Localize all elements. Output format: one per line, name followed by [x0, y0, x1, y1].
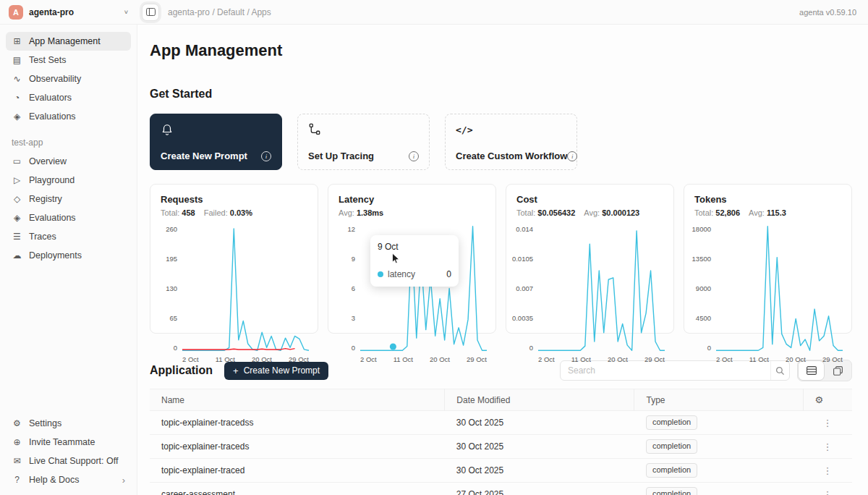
- sidebar-item-overview[interactable]: ▭ Overview: [6, 152, 131, 171]
- sidebar-item-app-management[interactable]: ⊞ App Management: [6, 32, 131, 51]
- metric-card-latency: Latency Avg: 1.38ms 129630 2 Oct11 Oct20…: [328, 184, 496, 334]
- table-row[interactable]: topic-explainer-traced 30 Oct 2025 compl…: [150, 459, 852, 483]
- app-type-badge: completion: [646, 463, 697, 478]
- info-icon[interactable]: i: [409, 151, 419, 161]
- column-header-name: Name: [150, 389, 445, 411]
- app-date-modified: 27 Oct 2025: [445, 483, 634, 495]
- help-docs-icon: ?: [12, 475, 22, 485]
- set-up-tracing-card[interactable]: Set Up Tracing i: [297, 114, 430, 170]
- metric-card-tokens: Tokens Total: 52,806Avg: 115.3 180001350…: [684, 184, 852, 334]
- table-row[interactable]: topic-explainer-tracedss 30 Oct 2025 com…: [150, 411, 852, 435]
- sidebar-item-label: App Management: [29, 36, 101, 46]
- sidebar-item-label: Observability: [29, 74, 81, 84]
- application-heading: Application: [150, 363, 213, 378]
- column-header-date-modified: Date Modified: [445, 389, 634, 411]
- metric-stat: Avg: 1.38ms: [339, 208, 383, 217]
- card-label: Create New Prompt: [161, 151, 247, 161]
- create-new-prompt-card[interactable]: Create New Prompt i: [150, 114, 282, 170]
- cost-chart[interactable]: [538, 225, 665, 352]
- card-label: Set Up Tracing: [308, 151, 374, 161]
- metric-stat: Avg: 115.3: [749, 208, 786, 217]
- series-dot-icon: [378, 271, 383, 277]
- app-date-modified: 30 Oct 2025: [445, 459, 634, 483]
- sidebar: ⊞ App Management ▤ Test Sets ∿ Observabi…: [0, 25, 137, 495]
- y-axis-labels: 1800013500900045000: [690, 225, 716, 352]
- chat-icon: ✉: [12, 456, 22, 466]
- application-header: Application + Create New Prompt: [150, 360, 852, 381]
- workspace-selector[interactable]: A agenta-pro ∨: [0, 0, 137, 25]
- card-view-icon: [833, 366, 843, 376]
- metric-stat: Total: $0.056432: [516, 208, 575, 217]
- observability-icon: ∿: [12, 74, 22, 84]
- sidebar-item-live-chat-support[interactable]: ✉ Live Chat Support: Off: [6, 452, 131, 470]
- metric-stats: Avg: 1.38ms: [339, 208, 485, 217]
- breadcrumb[interactable]: agenta-pro / Default / Apps: [168, 7, 271, 17]
- sidebar-toggle-button[interactable]: [142, 4, 159, 21]
- create-new-prompt-button[interactable]: + Create New Prompt: [224, 362, 328, 380]
- chart-area: 1800013500900045000 2 Oct11 Oct20 Oct29 …: [690, 225, 843, 327]
- evaluators-icon: ◔: [12, 93, 22, 103]
- x-axis-labels: 2 Oct11 Oct20 Oct29 Oct: [716, 352, 843, 363]
- settings-gear-icon: ⚙: [12, 418, 22, 428]
- get-started-cards: Create New Prompt i Set Up Tracing i </>…: [150, 114, 852, 170]
- code-icon: </>: [456, 122, 566, 137]
- metrics-row: Requests Total: 458Failed: 0.03% 2601951…: [150, 184, 852, 334]
- get-started-heading: Get Started: [150, 87, 852, 101]
- row-menu-icon[interactable]: ⋮: [820, 489, 835, 495]
- applications-table: Name Date Modified Type ⚙ topic-explaine…: [150, 389, 852, 495]
- axis-corner: [156, 352, 182, 363]
- app-type-badge: completion: [646, 439, 697, 454]
- create-custom-workflow-card[interactable]: </> Create Custom Workflow i: [445, 114, 577, 170]
- sidebar-panel-icon: [146, 8, 156, 16]
- sidebar-item-label: Help & Docs: [29, 475, 79, 485]
- sidebar-item-app-evaluations[interactable]: ◈ Evaluations: [6, 208, 131, 227]
- row-menu-icon[interactable]: ⋮: [820, 441, 835, 452]
- playground-icon: ▷: [12, 175, 22, 185]
- info-icon[interactable]: i: [567, 151, 577, 161]
- chart-area: 260195130650 2 Oct11 Oct20 Oct29 Oct: [156, 225, 309, 327]
- create-button-label: Create New Prompt: [244, 365, 320, 376]
- card-view-button[interactable]: [825, 360, 851, 381]
- workspace-name: agenta-pro: [29, 7, 74, 17]
- metric-stat: Avg: $0.000123: [584, 208, 639, 217]
- bell-icon: [161, 122, 271, 137]
- metric-stats: Total: $0.056432Avg: $0.000123: [516, 208, 663, 217]
- tokens-chart[interactable]: [716, 225, 843, 352]
- sidebar-item-help-docs[interactable]: ? Help & Docs ›: [6, 470, 131, 489]
- row-menu-icon[interactable]: ⋮: [820, 418, 835, 428]
- sidebar-item-settings[interactable]: ⚙ Settings: [6, 414, 131, 433]
- table-view-icon: [807, 366, 817, 375]
- sidebar-item-playground[interactable]: ▷ Playground: [6, 171, 131, 190]
- table-row[interactable]: career-assessment 27 Oct 2025 completion…: [150, 483, 852, 495]
- table-header-row: Name Date Modified Type ⚙: [150, 389, 852, 411]
- search-box: [560, 360, 790, 381]
- evaluations-icon: ◈: [12, 213, 22, 223]
- card-label: Create Custom Workflow: [456, 151, 567, 161]
- app-date-modified: 30 Oct 2025: [445, 435, 634, 459]
- row-menu-icon[interactable]: ⋮: [820, 465, 835, 476]
- table-view-button[interactable]: [798, 360, 825, 381]
- search-button[interactable]: [770, 361, 789, 380]
- search-input[interactable]: [561, 365, 770, 376]
- sidebar-item-deployments[interactable]: ☁ Deployments: [6, 246, 131, 265]
- tooltip-date: 9 Oct: [378, 242, 451, 252]
- sidebar-item-invite-teammate[interactable]: ⊕ Invite Teammate: [6, 433, 131, 452]
- sidebar-item-test-sets[interactable]: ▤ Test Sets: [6, 51, 131, 69]
- app-version: agenta v0.59.10: [799, 8, 868, 17]
- table-row[interactable]: topic-explainer-traceds 30 Oct 2025 comp…: [150, 435, 852, 459]
- x-axis-labels: 2 Oct11 Oct20 Oct29 Oct: [182, 352, 309, 363]
- sidebar-item-evaluations[interactable]: ◈ Evaluations: [6, 107, 131, 126]
- sidebar-item-label: Live Chat Support: Off: [29, 456, 118, 466]
- app-date-modified: 30 Oct 2025: [445, 411, 634, 435]
- chevron-right-icon: ›: [122, 475, 125, 486]
- x-axis-labels: 2 Oct11 Oct20 Oct29 Oct: [360, 352, 487, 363]
- sidebar-item-evaluators[interactable]: ◔ Evaluators: [6, 88, 131, 107]
- requests-chart[interactable]: [182, 225, 309, 352]
- metric-stat: Total: 52,806: [694, 208, 740, 217]
- table-settings-gear-icon[interactable]: ⚙: [815, 394, 824, 405]
- sidebar-item-registry[interactable]: ◇ Registry: [6, 190, 131, 208]
- sidebar-item-observability[interactable]: ∿ Observability: [6, 69, 131, 88]
- info-icon[interactable]: i: [261, 151, 271, 161]
- sidebar-item-traces[interactable]: ☰ Traces: [6, 227, 131, 246]
- sidebar-bottom: ⚙ Settings ⊕ Invite Teammate ✉ Live Chat…: [6, 414, 131, 489]
